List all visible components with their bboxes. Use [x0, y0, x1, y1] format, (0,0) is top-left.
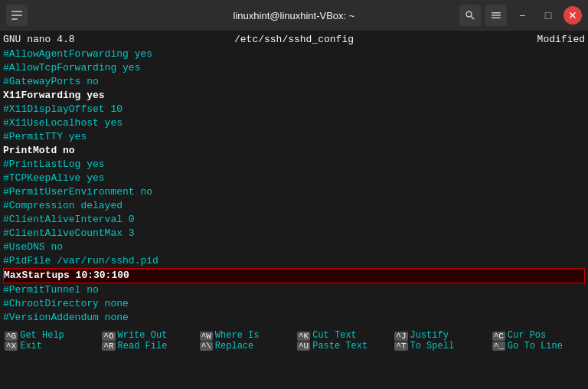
window-title: linuxhint@linuxhint-VBox: ~ [234, 10, 355, 21]
svg-rect-1 [11, 15, 22, 16]
app-icon [6, 5, 28, 26]
footer-desc: Where Is Replace [215, 330, 260, 351]
svg-rect-0 [11, 11, 22, 12]
nano-header: GNU nano 4.8 /etc/ssh/sshd_config Modifi… [0, 31, 588, 47]
key-top: ^W [200, 332, 213, 341]
footer-desc: Write Out Read File [118, 330, 168, 351]
key-top: ^C [492, 332, 505, 341]
search-button[interactable] [459, 5, 481, 26]
key-top: ^O [102, 332, 115, 341]
key-bottom: ^X [5, 342, 18, 351]
maximize-button[interactable]: □ [537, 5, 559, 26]
footer-item: ^W ^\ Where Is Replace [197, 325, 294, 357]
footer-key: ^C ^_ [492, 332, 505, 351]
editor-line: #Compression delayed [3, 199, 585, 213]
svg-point-3 [466, 11, 472, 17]
minimize-button[interactable]: − [511, 5, 533, 26]
key-bottom: ^\ [200, 342, 213, 351]
menu-button[interactable] [485, 5, 507, 26]
editor-line: #TCPKeepAlive yes [3, 172, 585, 185]
nano-status: Modified [439, 34, 585, 45]
editor-line: #VersionAddendum none [3, 311, 585, 322]
editor-line: #AllowTcpForwarding yes [3, 61, 585, 75]
editor-line: #PermitTTY yes [3, 130, 585, 144]
editor-line: #GatewayPorts no [3, 75, 585, 89]
key-top: ^K [297, 332, 310, 341]
footer-item: ^O ^R Write Out Read File [99, 325, 196, 357]
footer-desc: Get Help Exit [20, 330, 64, 351]
key-bottom: ^R [102, 342, 115, 351]
footer-row: ^G ^X Get Help Exit ^O ^R Write Out Read… [2, 325, 586, 357]
key-bottom: ^U [297, 342, 310, 351]
svg-rect-7 [492, 18, 501, 19]
footer-key: ^J ^T [394, 332, 407, 351]
nano-version: GNU nano 4.8 [3, 34, 149, 45]
key-top: ^J [394, 332, 407, 341]
footer-item: ^K ^U Cut Text Paste Text [294, 325, 391, 357]
svg-line-4 [472, 17, 475, 20]
footer-item: ^G ^X Get Help Exit [2, 325, 99, 357]
footer-desc: Justify To Spell [410, 330, 455, 351]
editor-area[interactable]: #AllowAgentForwarding yes#AllowTcpForwar… [0, 47, 588, 322]
editor-line: #PidFile /var/run/sshd.pid [3, 254, 585, 268]
editor-line: #X11UseLocalhost yes [3, 116, 585, 130]
footer-key: ^K ^U [297, 332, 310, 351]
editor-line: #X11DisplayOffset 10 [3, 103, 585, 116]
editor-line: #PrintLastLog yes [3, 158, 585, 172]
editor-line: X11Forwarding yes [3, 89, 585, 103]
editor-line: #PermitTunnel no [3, 283, 585, 297]
editor-line: #UseDNS no [3, 240, 585, 254]
editor-line: #PermitUserEnvironment no [3, 185, 585, 199]
footer-item: ^J ^T Justify To Spell [391, 325, 488, 357]
svg-rect-5 [492, 12, 501, 14]
key-top: ^G [5, 332, 18, 341]
svg-rect-6 [492, 15, 501, 16]
editor-line: #ClientAliveCountMax 3 [3, 227, 585, 240]
titlebar-controls: − □ ✕ [459, 5, 582, 26]
footer-key: ^G ^X [5, 332, 18, 351]
editor-line: PrintMotd no [3, 144, 585, 158]
nano-footer: ^G ^X Get Help Exit ^O ^R Write Out Read… [0, 322, 588, 389]
editor-line: MaxStartups 10:30:100 [3, 268, 585, 283]
footer-key: ^O ^R [102, 332, 115, 351]
key-bottom: ^T [394, 342, 407, 351]
footer-desc: Cut Text Paste Text [312, 330, 368, 351]
close-button[interactable]: ✕ [564, 6, 582, 25]
footer-desc: Cur Pos Go To Line [508, 330, 563, 351]
svg-rect-2 [11, 18, 18, 20]
editor-line: #ChrootDirectory none [3, 297, 585, 311]
editor-line: #ClientAliveInterval 0 [3, 213, 585, 227]
titlebar: linuxhint@linuxhint-VBox: ~ − □ ✕ [0, 0, 588, 31]
key-bottom: ^_ [492, 342, 505, 351]
footer-key: ^W ^\ [200, 332, 213, 351]
titlebar-left [6, 5, 28, 26]
footer-item: ^C ^_ Cur Pos Go To Line [489, 325, 586, 357]
nano-filename: /etc/ssh/sshd_config [149, 34, 439, 45]
editor-line: #AllowAgentForwarding yes [3, 47, 585, 61]
